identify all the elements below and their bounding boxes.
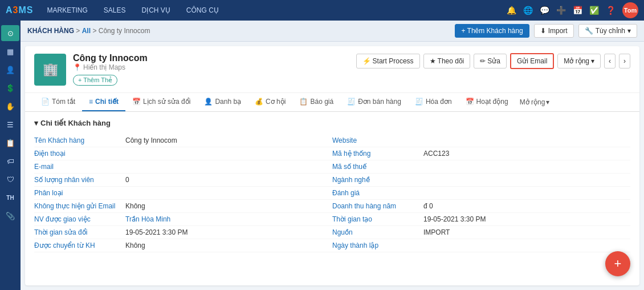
value-modified: 19-05-2021 3:30 PM xyxy=(125,228,332,236)
breadcrumb-bar: KHÁCH HÀNG > All > Công ty Innocom + Thê… xyxy=(21,21,644,42)
company-location: 📍 Hiển thị Maps xyxy=(73,63,148,71)
fab-button[interactable]: + xyxy=(605,251,630,276)
sidebar-item-list[interactable]: ☰ xyxy=(1,116,19,132)
start-process-button[interactable]: ⚡ Start Process xyxy=(356,54,420,69)
tab-orders[interactable]: 🧾 Đơn bán hàng xyxy=(340,93,408,111)
sidebar-item-tag[interactable]: 🏷 xyxy=(1,153,19,169)
expand-button[interactable]: Mở rộng ▾ xyxy=(557,54,601,69)
detail-row-website: Website xyxy=(332,134,630,147)
detail-row-phone: Điện thoại xyxy=(34,147,332,160)
add-tag-button[interactable]: + Thêm Thẻ xyxy=(73,75,117,86)
more-chevron-icon: ▾ xyxy=(546,98,549,106)
breadcrumb-sep1: > xyxy=(76,27,81,35)
label-created: Thời gian tạo xyxy=(332,215,423,223)
label-assignee: NV được giao việc xyxy=(34,215,125,223)
chat-icon[interactable]: 💬 xyxy=(540,6,549,15)
follow-button[interactable]: ★ Theo dõi xyxy=(423,54,471,69)
tab-quotes[interactable]: 📋 Báo giá xyxy=(292,93,340,111)
detail-row-tax-code: Mã số thuế xyxy=(332,160,630,174)
start-process-label: Start Process xyxy=(373,57,414,65)
sidebar-item-grid[interactable]: ▦ xyxy=(1,43,19,59)
section-title: ▾ Chi tiết Khách hàng xyxy=(34,119,630,127)
top-navigation: A3MS MARKETING SALES DỊCH VỤ CÔNG CỤ 🔔 🌐… xyxy=(0,0,644,21)
user-avatar[interactable]: Tom xyxy=(622,2,638,18)
label-founded: Ngày thành lập xyxy=(332,241,423,249)
detail-row-created: Thời gian tạo 19-05-2021 3:30 PM xyxy=(332,213,630,226)
help-icon[interactable]: ❓ xyxy=(606,6,616,15)
breadcrumb-current: Công ty Innocom xyxy=(99,27,150,35)
summary-icon: 📄 xyxy=(41,98,50,106)
value-revenue: đ 0 xyxy=(423,202,630,210)
prev-button[interactable]: ‹ xyxy=(604,54,616,69)
next-button[interactable]: › xyxy=(619,54,630,69)
content-card: 🏢 Công ty Innocom 📍 Hiển thị Maps + Thêm… xyxy=(25,46,639,285)
send-email-button[interactable]: Gửi Email xyxy=(510,53,554,69)
tab-invoices-label: Hóa đơn xyxy=(426,98,452,106)
nav-items: MARKETING SALES DỊCH VỤ CÔNG CỤ xyxy=(44,6,507,14)
sidebar-item-hand[interactable]: ✋ xyxy=(1,98,19,114)
value-assignee[interactable]: Trần Hòa Minh xyxy=(125,215,332,223)
customize-button[interactable]: 🔧 Tùy chỉnh ▾ xyxy=(578,24,637,38)
tab-summary[interactable]: 📄 Tóm tắt xyxy=(34,93,82,111)
label-source: Nguồn xyxy=(332,228,423,236)
detail-row-email: E-mail xyxy=(34,160,332,174)
tab-more[interactable]: Mở rộng ▾ xyxy=(515,93,555,111)
detail-row-industry: Ngành nghề xyxy=(332,174,630,187)
import-button[interactable]: ⬇ Import xyxy=(534,24,574,38)
calendar-icon[interactable]: 📅 xyxy=(573,6,582,15)
detail-row-revenue: Doanh thu hàng năm đ 0 xyxy=(332,200,630,213)
customize-label: Tùy chỉnh xyxy=(596,27,625,35)
detail-col-left: Tên Khách hàng Công ty Innocom Điện thoạ… xyxy=(34,134,332,252)
collapse-icon[interactable]: ▾ xyxy=(34,119,38,127)
tab-opportunities[interactable]: 💰 Cơ hội xyxy=(248,93,292,111)
expand-label: Mở rộng xyxy=(564,57,589,65)
sidebar-item-user[interactable]: 👤 xyxy=(1,62,19,78)
detail-content: ▾ Chi tiết Khách hàng Tên Khách hàng Côn… xyxy=(25,112,639,285)
left-sidebar: ⊙ ▦ 👤 💲 ✋ ☰ 📋 🏷 🛡 TH 📎 xyxy=(0,21,21,290)
breadcrumb-sep2: > xyxy=(92,27,98,35)
location-pin-icon: 📍 xyxy=(73,63,81,71)
opportunities-icon: 💰 xyxy=(255,98,263,106)
company-header: 🏢 Công ty Innocom 📍 Hiển thị Maps + Thêm… xyxy=(25,46,639,93)
plus-icon[interactable]: ➕ xyxy=(556,6,566,15)
breadcrumb-actions: + Thêm Khách hàng ⬇ Import 🔧 Tùy chỉnh ▾ xyxy=(455,24,637,38)
lightning-icon: ⚡ xyxy=(362,57,371,65)
nav-tools[interactable]: CÔNG CỤ xyxy=(184,6,221,14)
bell-icon[interactable]: 🔔 xyxy=(507,6,516,15)
sidebar-item-lock[interactable]: 🛡 xyxy=(1,171,19,187)
tab-detail[interactable]: ≡ Chi tiết xyxy=(82,93,125,111)
add-customer-button[interactable]: + Thêm Khách hàng xyxy=(455,24,529,38)
label-website: Website xyxy=(332,136,423,144)
detail-grid: Tên Khách hàng Công ty Innocom Điện thoạ… xyxy=(34,134,630,252)
edit-button[interactable]: ✏ Sửa xyxy=(474,54,507,69)
detail-row-system-code: Mã hệ thống ACC123 xyxy=(332,147,630,160)
tab-invoices[interactable]: 🧾 Hóa đơn xyxy=(408,93,459,111)
main-content: KHÁCH HÀNG > All > Công ty Innocom + Thê… xyxy=(21,21,644,290)
tab-contacts-label: Danh bạ xyxy=(215,98,241,106)
detail-row-modified: Thời gian sửa đổi 19-05-2021 3:30 PM xyxy=(34,226,332,239)
tab-contacts[interactable]: 👤 Danh bạ xyxy=(197,93,248,111)
sidebar-item-attach[interactable]: 📎 xyxy=(1,208,19,224)
breadcrumb-all[interactable]: All xyxy=(82,27,91,35)
pencil-icon: ✏ xyxy=(480,57,486,65)
tab-history[interactable]: 📅 Lịch sử sửa đổi xyxy=(125,93,197,111)
sidebar-item-money[interactable]: 💲 xyxy=(1,80,19,96)
label-noemail: Không thực hiện gửi Email xyxy=(34,202,125,210)
detail-row-source: Nguồn IMPORT xyxy=(332,226,630,239)
nav-service[interactable]: DỊCH VỤ xyxy=(140,6,173,14)
tab-activities[interactable]: 📅 Hoạt động xyxy=(459,93,515,111)
detail-row-name: Tên Khách hàng Công ty Innocom xyxy=(34,134,332,147)
sidebar-item-th[interactable]: TH xyxy=(1,190,19,206)
sidebar-item-target[interactable]: ⊙ xyxy=(1,25,19,41)
tab-orders-label: Đơn bán hàng xyxy=(358,98,401,106)
globe-icon[interactable]: 🌐 xyxy=(523,6,533,15)
history-icon: 📅 xyxy=(132,98,141,106)
nav-marketing[interactable]: MARKETING xyxy=(44,6,89,14)
nav-sales[interactable]: SALES xyxy=(101,6,128,14)
sidebar-item-clipboard[interactable]: 📋 xyxy=(1,135,19,151)
detail-row-converted: Được chuyển từ KH Không xyxy=(34,239,332,252)
detail-row-rating: Đánh giá xyxy=(332,187,630,200)
tab-more-label: Mở rộng xyxy=(520,98,545,106)
quotes-icon: 📋 xyxy=(299,98,308,106)
check-icon[interactable]: ✅ xyxy=(589,6,599,15)
